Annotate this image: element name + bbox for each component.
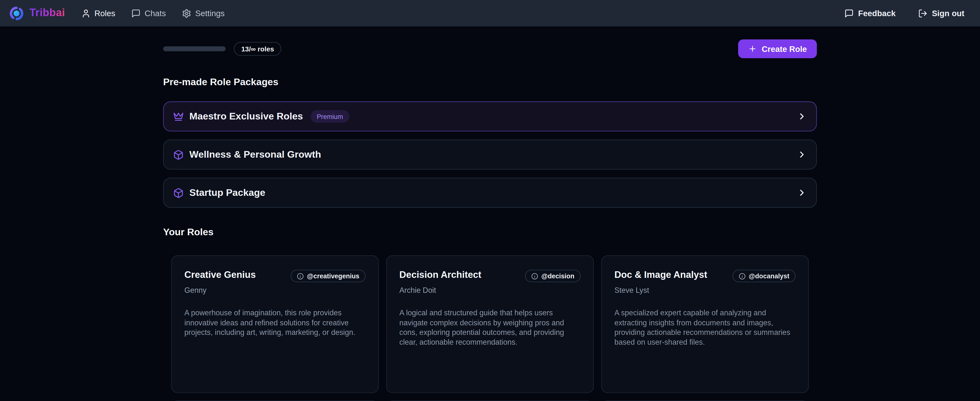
package-icon: [173, 149, 184, 160]
logout-icon: [918, 8, 928, 18]
roles-topbar: 13/∞ roles Create Role: [163, 40, 817, 58]
plus-icon: [748, 44, 757, 53]
roles-count-badge: 13/∞ roles: [234, 42, 282, 56]
nav-item-label: Chats: [145, 8, 166, 18]
role-handle: @decision: [541, 272, 574, 280]
role-agent-name: Steve Lyst: [614, 286, 795, 295]
brand-home-link[interactable]: Tribbai: [9, 5, 65, 21]
role-card-creative-genius[interactable]: Creative Genius @creativegenius Genny A …: [171, 255, 379, 393]
top-navbar: Tribbai Roles Chats Settings: [0, 0, 980, 27]
role-card-header: Creative Genius @creativegenius: [185, 270, 366, 282]
role-description: A powerhouse of imagination, this role p…: [185, 308, 366, 338]
role-handle-chip[interactable]: @docanalyst: [733, 270, 795, 282]
brand-name: Tribbai: [29, 7, 65, 19]
role-card-header: Decision Architect @decision: [399, 270, 581, 282]
chat-icon: [844, 8, 854, 18]
sign-out-label: Sign out: [932, 8, 964, 18]
package-row-startup[interactable]: Startup Package: [163, 178, 817, 208]
roles-grid: Creative Genius @creativegenius Genny A …: [163, 255, 817, 401]
role-card-doc-image-analyst[interactable]: Doc & Image Analyst @docanalyst Steve Ly…: [601, 255, 809, 393]
chevron-right-icon: [797, 111, 807, 121]
package-name: Wellness & Personal Growth: [189, 149, 321, 160]
role-description: A specialized expert capable of analyzin…: [614, 308, 795, 348]
app-root: Tribbai Roles Chats Settings: [0, 0, 980, 401]
create-role-button[interactable]: Create Role: [738, 40, 817, 58]
sign-out-button[interactable]: Sign out: [918, 8, 964, 18]
package-name: Maestro Exclusive Roles: [189, 111, 303, 122]
user-icon: [81, 8, 91, 18]
package-icon: [173, 187, 184, 198]
chevron-right-icon: [797, 150, 807, 160]
nav-item-label: Settings: [195, 8, 224, 18]
package-list: Maestro Exclusive Roles Premium Wellness…: [163, 101, 817, 208]
feedback-button[interactable]: Feedback: [844, 8, 896, 18]
premade-packages-heading: Pre-made Role Packages: [163, 77, 817, 88]
role-description: A logical and structured guide that help…: [399, 308, 581, 348]
roles-progress-bar: [163, 46, 226, 51]
package-row-wellness[interactable]: Wellness & Personal Growth: [163, 139, 817, 170]
nav-item-chats[interactable]: Chats: [132, 8, 166, 18]
role-agent-name: Archie Doit: [399, 286, 581, 295]
role-title: Decision Architect: [399, 270, 481, 280]
chat-icon: [132, 8, 141, 18]
gear-icon: [182, 8, 191, 18]
info-icon: [297, 273, 304, 280]
info-icon: [739, 273, 746, 280]
role-card-header: Doc & Image Analyst @docanalyst: [614, 270, 795, 282]
nav-item-settings[interactable]: Settings: [182, 8, 225, 18]
nav-item-roles[interactable]: Roles: [81, 8, 115, 18]
premium-badge: Premium: [310, 110, 349, 123]
tribbai-logo-icon: [9, 5, 24, 21]
nav-item-label: Roles: [94, 8, 115, 18]
role-handle-chip[interactable]: @decision: [525, 270, 581, 282]
crown-icon: [173, 111, 184, 122]
role-handle: @creativegenius: [307, 272, 360, 280]
role-agent-name: Genny: [185, 286, 366, 295]
main-content: 13/∞ roles Create Role Pre-made Role Pac…: [163, 40, 817, 401]
chevron-right-icon: [797, 188, 807, 198]
role-handle: @docanalyst: [749, 272, 789, 280]
info-icon: [531, 273, 538, 280]
feedback-label: Feedback: [858, 8, 896, 18]
role-title: Doc & Image Analyst: [614, 270, 707, 280]
your-roles-heading: Your Roles: [163, 227, 817, 238]
role-card-decision-architect[interactable]: Decision Architect @decision Archie Doit…: [386, 255, 594, 393]
package-row-maestro[interactable]: Maestro Exclusive Roles Premium: [163, 101, 817, 131]
role-handle-chip[interactable]: @creativegenius: [291, 270, 366, 282]
create-role-label: Create Role: [762, 44, 807, 53]
package-name: Startup Package: [189, 187, 265, 198]
role-title: Creative Genius: [185, 270, 256, 280]
nav-right-actions: Feedback Sign out: [844, 8, 964, 18]
